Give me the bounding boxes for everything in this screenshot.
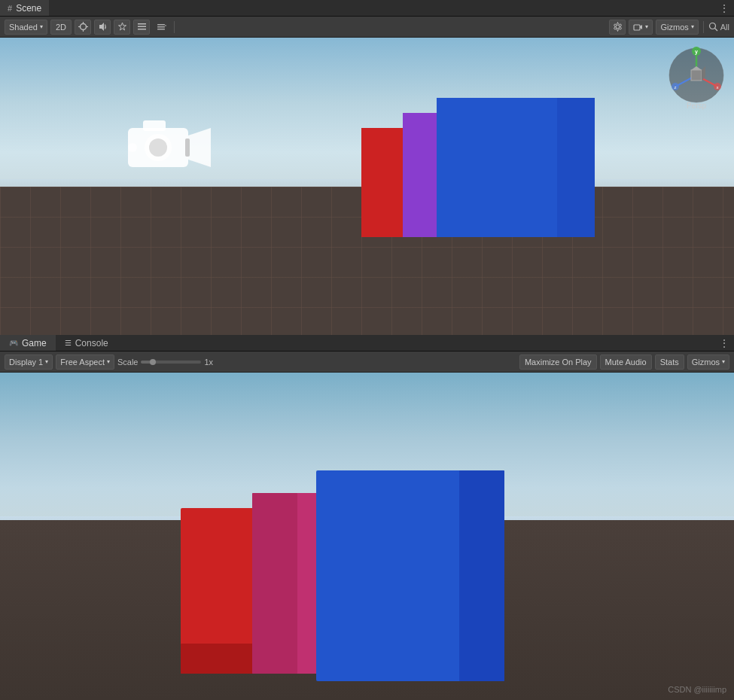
svg-text:y: y	[695, 49, 698, 55]
search-area: All	[708, 22, 729, 32]
display-label: Display 1	[9, 358, 43, 367]
svg-text:x: x	[717, 85, 719, 90]
scale-value: 1x	[204, 358, 213, 367]
game-panel: 🎮 Game ☰ Console ⋮ Display 1 ▾ Free Aspe…	[0, 335, 734, 700]
scale-thumb	[150, 359, 156, 365]
search-icon	[708, 22, 718, 32]
gizmos-chevron: ▾	[691, 23, 694, 30]
game-tab-bar: 🎮 Game ☰ Console ⋮	[0, 335, 734, 352]
game-toolbar: Display 1 ▾ Free Aspect ▾ Scale 1x Maxim…	[0, 352, 734, 373]
2d-toggle[interactable]: 2D	[50, 20, 72, 35]
mute-audio-btn[interactable]: Mute Audio	[600, 355, 652, 370]
scene-cubes	[361, 98, 595, 273]
scene-gizmo: y x z Persp	[666, 45, 726, 105]
game-gizmos-chevron: ▾	[722, 358, 725, 365]
svg-rect-8	[138, 29, 146, 30]
camera-chevron: ▾	[645, 23, 648, 30]
camera-dropdown[interactable]: ▾	[629, 20, 653, 35]
console-tab[interactable]: ☰ Console	[56, 335, 117, 351]
toolbar-sep-2	[703, 21, 704, 33]
camera-svg	[120, 113, 218, 177]
game-tab[interactable]: 🎮 Game	[0, 335, 56, 351]
audio-toggle[interactable]	[94, 20, 111, 35]
shading-dropdown[interactable]: Shaded ▾	[5, 20, 47, 35]
game-tab-icon: 🎮	[9, 339, 18, 347]
aspect-label: Free Aspect	[60, 358, 105, 367]
watermark: CSDN @iiiiiiimp	[668, 685, 726, 694]
scene-panel: # Scene ⋮ Shaded ▾ 2D	[0, 0, 734, 335]
svg-rect-29	[557, 98, 595, 237]
console-tab-icon: ☰	[65, 339, 72, 347]
svg-rect-48	[459, 470, 504, 681]
layers-btn[interactable]	[153, 20, 169, 35]
gizmos-dropdown[interactable]: Gizmos ▾	[656, 20, 698, 35]
gizmos-label: Gizmos	[660, 23, 688, 32]
svg-point-21	[128, 143, 137, 152]
fx-toggle[interactable]	[114, 20, 130, 35]
display-dropdown[interactable]: Display 1 ▾	[5, 355, 53, 370]
scene-tab[interactable]: # Scene	[0, 0, 49, 16]
svg-text:z: z	[675, 85, 677, 90]
game-gizmos-dropdown[interactable]: Gizmos ▾	[687, 355, 729, 370]
svg-marker-22	[188, 128, 211, 167]
game-menu-dots[interactable]: ⋮	[719, 337, 729, 349]
svg-rect-46	[252, 493, 297, 674]
svg-rect-7	[138, 26, 146, 28]
search-all-label: All	[720, 23, 729, 32]
svg-point-15	[709, 23, 715, 29]
camera-object	[120, 113, 211, 173]
svg-rect-9	[157, 26, 165, 28]
svg-rect-20	[143, 120, 166, 131]
scene-options-btn[interactable]	[133, 20, 150, 35]
svg-rect-6	[138, 23, 146, 25]
scene-cubes-svg	[361, 98, 595, 271]
game-cubes	[181, 470, 504, 700]
svg-rect-13	[634, 25, 640, 30]
svg-point-0	[80, 24, 86, 30]
scene-settings-btn[interactable]	[609, 20, 626, 35]
game-gizmos-label: Gizmos	[692, 358, 720, 367]
svg-rect-11	[157, 29, 165, 30]
light-toggle[interactable]	[75, 20, 91, 35]
svg-rect-10	[157, 24, 165, 26]
scale-container: Scale 1x	[117, 358, 213, 367]
aspect-dropdown[interactable]: Free Aspect ▾	[56, 355, 114, 370]
maximize-on-play-btn[interactable]: Maximize On Play	[519, 355, 597, 370]
scene-toolbar: Shaded ▾ 2D ▾ Gizmos ▾	[0, 17, 734, 38]
scene-tab-icon: #	[8, 4, 12, 13]
svg-rect-24	[361, 128, 407, 237]
gizmo-svg: y x z	[666, 45, 726, 105]
svg-line-16	[714, 29, 717, 32]
svg-rect-23	[185, 138, 190, 157]
shading-label: Shaded	[9, 23, 38, 32]
scene-viewport: y x z Persp	[0, 38, 734, 335]
toolbar-sep-1	[174, 21, 175, 33]
game-cubes-svg	[181, 470, 504, 700]
shading-chevron: ▾	[40, 23, 43, 30]
scene-tab-label: Scene	[16, 3, 41, 14]
scale-text-label: Scale	[117, 358, 139, 367]
svg-marker-5	[99, 23, 104, 31]
stats-btn[interactable]: Stats	[655, 355, 684, 370]
game-tab-label: Game	[22, 338, 47, 348]
svg-rect-40	[691, 70, 702, 81]
scene-tab-bar: # Scene ⋮	[0, 0, 734, 17]
svg-point-19	[149, 138, 167, 157]
console-tab-label: Console	[75, 338, 108, 348]
game-viewport: CSDN @iiiiiiimp	[0, 373, 734, 700]
display-chevron: ▾	[45, 358, 48, 365]
aspect-chevron: ▾	[107, 358, 110, 365]
scene-menu-dots[interactable]: ⋮	[719, 2, 729, 14]
scale-slider[interactable]	[141, 361, 201, 364]
